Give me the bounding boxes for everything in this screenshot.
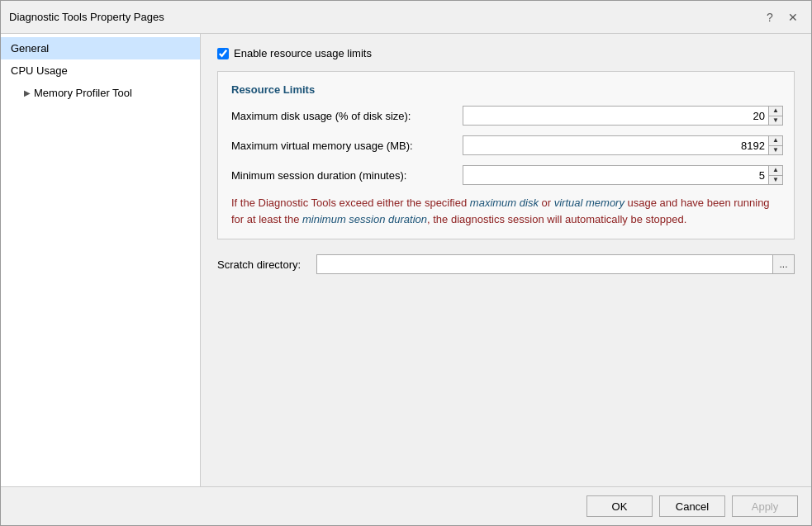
max-disk-usage-spinner-buttons: ▲ ▼ <box>768 106 783 126</box>
max-disk-usage-down[interactable]: ▼ <box>769 116 782 126</box>
scratch-directory-input[interactable] <box>316 254 773 274</box>
min-session-duration-up[interactable]: ▲ <box>769 166 782 175</box>
scratch-directory-row: Scratch directory: ... <box>217 254 795 274</box>
sidebar: General CPU Usage ▶ Memory Profiler Tool <box>1 34 201 486</box>
sidebar-item-label-general: General <box>11 42 49 54</box>
ok-button[interactable]: OK <box>586 495 653 517</box>
title-bar: Diagnostic Tools Property Pages ? ✕ <box>1 1 811 34</box>
enable-resource-limits-row: Enable resource usage limits <box>217 47 795 59</box>
sidebar-item-cpu-usage[interactable]: CPU Usage <box>1 59 200 82</box>
resource-limits-box: Resource Limits Maximum disk usage (% of… <box>217 71 795 239</box>
help-button[interactable]: ? <box>760 7 780 27</box>
dialog-window: Diagnostic Tools Property Pages ? ✕ Gene… <box>0 0 812 526</box>
max-disk-usage-spinner: ▲ ▼ <box>463 106 783 126</box>
max-virtual-memory-spinner: ▲ ▼ <box>463 135 783 155</box>
max-disk-usage-row: Maximum disk usage (% of disk size): ▲ ▼ <box>231 106 781 126</box>
sidebar-item-label-memory-profiler: Memory Profiler Tool <box>34 87 132 99</box>
browse-button[interactable]: ... <box>773 254 795 274</box>
resource-limits-title: Resource Limits <box>231 83 781 96</box>
info-text-mid1: or <box>539 197 554 209</box>
max-virtual-memory-input[interactable] <box>463 135 768 155</box>
sidebar-item-label-cpu-usage: CPU Usage <box>11 64 68 77</box>
info-text-highlight1: maximum disk <box>470 197 539 209</box>
close-button[interactable]: ✕ <box>783 7 803 27</box>
sidebar-item-general[interactable]: General <box>1 37 200 59</box>
max-disk-usage-input[interactable] <box>463 106 768 126</box>
info-text: If the Diagnostic Tools exceed either th… <box>231 195 781 227</box>
enable-resource-limits-label[interactable]: Enable resource usage limits <box>234 47 372 59</box>
max-disk-usage-up[interactable]: ▲ <box>769 107 782 116</box>
scratch-directory-label: Scratch directory: <box>217 258 316 271</box>
min-session-duration-spinner: ▲ ▼ <box>463 165 783 185</box>
min-session-duration-spinner-buttons: ▲ ▼ <box>768 165 783 185</box>
info-text-highlight2: virtual memory <box>554 197 624 209</box>
dialog-body: General CPU Usage ▶ Memory Profiler Tool… <box>1 34 811 486</box>
min-session-duration-row: Minimum session duration (minutes): ▲ ▼ <box>231 165 781 185</box>
dialog-title: Diagnostic Tools Property Pages <box>9 11 164 23</box>
info-text-after: , the diagnostics session will automatic… <box>427 213 686 225</box>
main-content: Enable resource usage limits Resource Li… <box>201 34 811 486</box>
max-virtual-memory-row: Maximum virtual memory usage (MB): ▲ ▼ <box>231 135 781 155</box>
title-bar-controls: ? ✕ <box>760 7 803 27</box>
min-session-duration-down[interactable]: ▼ <box>769 175 782 185</box>
max-virtual-memory-up[interactable]: ▲ <box>769 136 782 145</box>
min-session-duration-input[interactable] <box>463 165 768 185</box>
enable-resource-limits-checkbox[interactable] <box>217 48 229 59</box>
apply-button[interactable]: Apply <box>732 495 798 517</box>
max-virtual-memory-down[interactable]: ▼ <box>769 145 782 155</box>
info-text-highlight3: minimum session duration <box>302 213 427 225</box>
min-session-duration-label: Minimum session duration (minutes): <box>231 169 463 182</box>
cancel-button[interactable]: Cancel <box>659 495 725 517</box>
expand-icon-memory: ▶ <box>24 88 31 97</box>
max-disk-usage-label: Maximum disk usage (% of disk size): <box>231 110 463 122</box>
dialog-footer: OK Cancel Apply <box>1 486 811 525</box>
max-virtual-memory-spinner-buttons: ▲ ▼ <box>768 135 783 155</box>
info-text-before: If the Diagnostic Tools exceed either th… <box>231 197 470 209</box>
max-virtual-memory-label: Maximum virtual memory usage (MB): <box>231 140 463 152</box>
sidebar-item-memory-profiler[interactable]: ▶ Memory Profiler Tool <box>1 82 200 104</box>
